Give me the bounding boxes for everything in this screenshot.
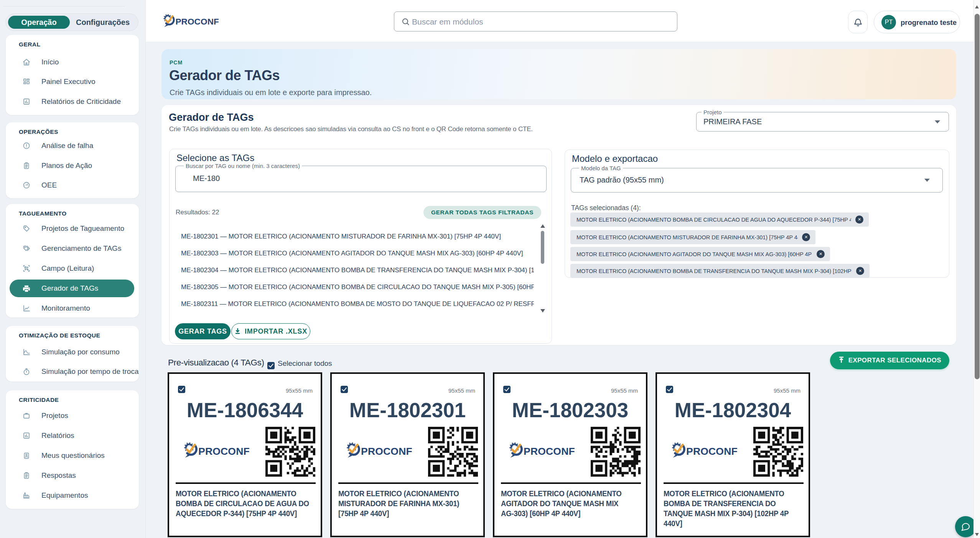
svg-text:PROCONF: PROCONF [361,446,412,457]
svg-text:PROCONF: PROCONF [686,446,738,457]
svg-text:PROCONF: PROCONF [524,446,575,457]
svg-text:PROCONF: PROCONF [175,17,219,26]
svg-text:PROCONF: PROCONF [198,446,250,457]
